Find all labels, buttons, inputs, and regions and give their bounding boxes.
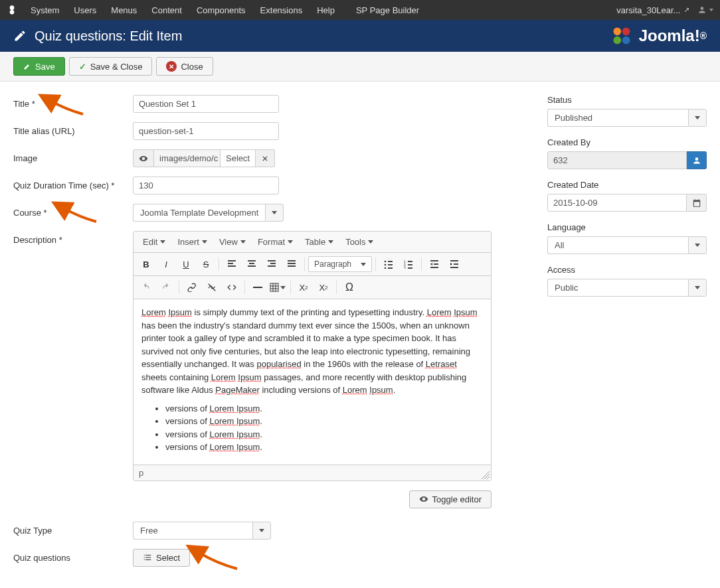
user-icon[interactable] [697, 5, 707, 15]
chevron-down-icon [688, 236, 707, 254]
editor-content[interactable]: Lorem Ipsum is simply dummy text of the … [134, 299, 491, 465]
title-input[interactable] [133, 95, 279, 113]
top-nav: System Users Menus Content Components Ex… [0, 0, 720, 20]
code-button[interactable] [223, 278, 241, 297]
select-user-button[interactable] [687, 151, 707, 169]
align-right-button[interactable] [262, 255, 281, 273]
apply-icon [23, 62, 31, 70]
format-select[interactable]: Paragraph [308, 256, 372, 272]
calendar-button[interactable] [687, 194, 707, 212]
svg-point-1 [622, 28, 630, 36]
bold-button[interactable]: B [137, 255, 155, 273]
toggle-editor-button[interactable]: Toggle editor [409, 490, 492, 508]
special-char-button[interactable]: Ω [340, 278, 359, 297]
nav-help[interactable]: Help [310, 0, 341, 21]
createdby-input [547, 151, 687, 169]
status-label: Status [547, 95, 707, 105]
eye-icon [139, 154, 148, 163]
nav-content[interactable]: Content [145, 0, 189, 21]
resize-grip-icon[interactable] [482, 471, 490, 479]
svg-point-16 [385, 261, 387, 263]
outdent-button[interactable] [425, 255, 444, 273]
image-path: images/demo/c [154, 149, 221, 167]
nav-sp-page-builder[interactable]: SP Page Builder [349, 0, 426, 21]
annotation-arrow [46, 98, 86, 117]
hr-button[interactable] [248, 278, 267, 297]
annotation-arrow [194, 549, 240, 572]
number-list-button[interactable]: 123 [399, 255, 418, 273]
page-title: Quiz questions: Edit Item [35, 29, 182, 44]
editor-menu-insert[interactable]: Insert [172, 233, 213, 251]
image-label: Image [13, 149, 133, 163]
chevron-down-icon [252, 522, 271, 540]
subscript-button[interactable]: X2 [294, 278, 313, 297]
unlink-button[interactable] [203, 278, 221, 297]
main-form: Title * Title alias (URL) Image images/d… [13, 95, 534, 576]
action-toolbar: Save ✓ Save & Close ✕ Close [0, 52, 720, 82]
svg-rect-36 [270, 283, 278, 291]
superscript-button[interactable]: X2 [314, 278, 333, 297]
joomla-brand: Joomla!® [608, 23, 707, 49]
italic-button[interactable]: I [157, 255, 175, 273]
sidebar: Status Published Created By Created Date… [547, 95, 707, 576]
status-select[interactable]: Published [547, 109, 707, 127]
createddate-input[interactable] [547, 194, 687, 212]
editor-menu-view[interactable]: View [214, 233, 251, 251]
nav-extensions[interactable]: Extensions [254, 0, 310, 21]
nav-menus[interactable]: Menus [104, 0, 143, 21]
save-close-button[interactable]: ✓ Save & Close [69, 57, 153, 76]
quiztype-select[interactable]: Free [133, 522, 271, 540]
align-left-button[interactable] [223, 255, 241, 273]
svg-point-18 [385, 264, 387, 266]
quizquestions-label: Quiz questions [13, 549, 133, 563]
svg-point-0 [613, 28, 621, 36]
align-justify-button[interactable] [282, 255, 301, 273]
x-icon [261, 155, 269, 163]
editor-menubar: Edit Insert View Format Table Tools [134, 232, 491, 253]
bullet-list-button[interactable] [379, 255, 398, 273]
nav-components[interactable]: Components [190, 0, 252, 21]
title-label: Title * [13, 95, 133, 109]
svg-point-3 [622, 37, 630, 44]
duration-label: Quiz Duration Time (sec) * [13, 177, 133, 190]
createdby-label: Created By [547, 137, 707, 147]
joomla-icon [7, 5, 17, 15]
underline-button[interactable]: U [177, 255, 195, 273]
check-icon: ✓ [79, 62, 86, 72]
align-center-button[interactable] [242, 255, 261, 273]
image-clear-button[interactable] [256, 149, 275, 167]
svg-text:3: 3 [404, 266, 406, 269]
editor-menu-table[interactable]: Table [300, 233, 339, 251]
user-caret-icon [709, 9, 713, 11]
nav-system[interactable]: System [24, 0, 66, 21]
close-button[interactable]: ✕ Close [156, 57, 213, 76]
table-button[interactable] [268, 278, 287, 297]
image-preview-button[interactable] [133, 149, 154, 167]
wysiwyg-editor: Edit Insert View Format Table Tools B I … [133, 231, 492, 481]
strike-button[interactable]: S [197, 255, 215, 273]
editor-menu-format[interactable]: Format [252, 233, 298, 251]
editor-statusbar: p [134, 465, 491, 480]
save-button[interactable]: Save [13, 57, 65, 76]
image-select-button[interactable]: Select [221, 149, 256, 167]
undo-button[interactable] [137, 278, 155, 297]
duration-input[interactable] [133, 177, 279, 194]
indent-button[interactable] [445, 255, 464, 273]
quiztype-label: Quiz Type [13, 522, 133, 536]
svg-point-2 [613, 37, 621, 44]
user-site-link[interactable]: varsita_30Lear... [616, 5, 689, 15]
course-select[interactable]: Joomla Template Development [133, 204, 284, 222]
link-button[interactable] [183, 278, 201, 297]
editor-menu-tools[interactable]: Tools [340, 233, 379, 251]
description-label: Description * [13, 231, 133, 245]
edit-icon [13, 29, 27, 42]
editor-menu-edit[interactable]: Edit [137, 233, 171, 251]
alias-input[interactable] [133, 122, 279, 140]
access-select[interactable]: Public [547, 279, 707, 297]
quizquestions-select-button[interactable]: Select [133, 549, 190, 567]
eye-icon [419, 494, 428, 504]
redo-button[interactable] [157, 278, 175, 297]
cancel-icon: ✕ [166, 61, 177, 72]
language-select[interactable]: All [547, 236, 707, 254]
nav-users[interactable]: Users [67, 0, 103, 21]
